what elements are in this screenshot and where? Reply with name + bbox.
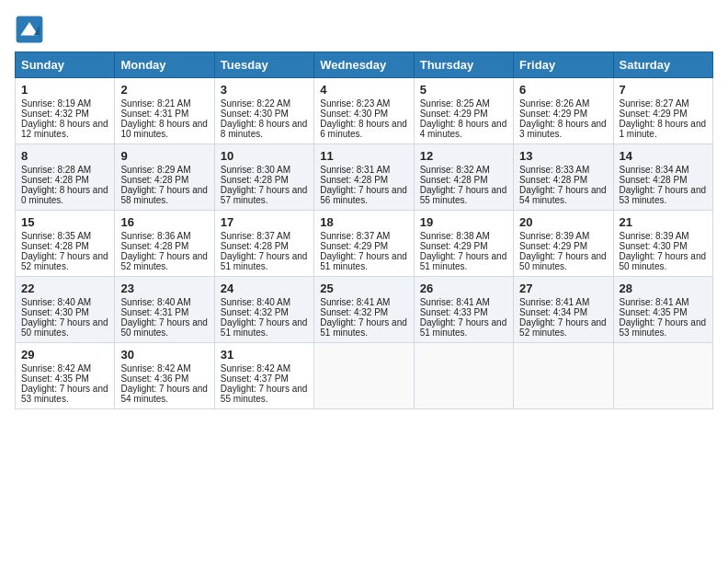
sunset-label: Sunset: 4:30 PM [21, 307, 89, 317]
sunset-label: Sunset: 4:33 PM [420, 307, 488, 317]
sunrise-label: Sunrise: 8:42 AM [120, 363, 190, 373]
sunset-label: Sunset: 4:36 PM [120, 373, 188, 384]
daylight-label: Daylight: 7 hours and 53 minutes. [620, 317, 707, 338]
day-number: 19 [420, 215, 507, 229]
sunrise-label: Sunrise: 8:40 AM [221, 297, 290, 307]
daylight-label: Daylight: 8 hours and 6 minutes. [320, 119, 407, 139]
daylight-label: Daylight: 8 hours and 4 minutes. [420, 119, 507, 139]
calendar-cell: 17Sunrise: 8:37 AMSunset: 4:28 PMDayligh… [214, 211, 313, 277]
calendar-header: SundayMondayTuesdayWednesdayThursdayFrid… [16, 52, 713, 78]
calendar-cell [414, 343, 513, 409]
daylight-label: Daylight: 7 hours and 54 minutes. [120, 384, 208, 404]
day-number: 2 [120, 83, 208, 97]
sunset-label: Sunset: 4:35 PM [21, 373, 89, 384]
calendar-cell: 20Sunrise: 8:39 AMSunset: 4:29 PMDayligh… [514, 211, 613, 277]
daylight-label: Daylight: 7 hours and 51 minutes. [221, 317, 308, 338]
calendar-cell [314, 343, 414, 409]
sunrise-label: Sunrise: 8:38 AM [420, 231, 490, 241]
calendar-cell: 2Sunrise: 8:21 AMSunset: 4:31 PMDaylight… [115, 78, 214, 144]
daylight-label: Daylight: 7 hours and 57 minutes. [221, 185, 308, 205]
calendar-table: SundayMondayTuesdayWednesdayThursdayFrid… [15, 52, 713, 409]
sunset-label: Sunset: 4:28 PM [120, 175, 188, 185]
daylight-label: Daylight: 7 hours and 51 minutes. [320, 317, 407, 338]
daylight-label: Daylight: 7 hours and 54 minutes. [519, 185, 607, 205]
day-number: 21 [620, 215, 707, 229]
calendar-body: 1Sunrise: 8:19 AMSunset: 4:32 PMDaylight… [16, 78, 713, 409]
daylight-label: Daylight: 8 hours and 12 minutes. [21, 119, 108, 139]
sunrise-label: Sunrise: 8:40 AM [21, 297, 91, 307]
week-row-1: 1Sunrise: 8:19 AMSunset: 4:32 PMDaylight… [16, 78, 713, 144]
daylight-label: Daylight: 7 hours and 51 minutes. [221, 251, 308, 271]
daylight-label: Daylight: 7 hours and 55 minutes. [420, 185, 507, 205]
day-number: 14 [620, 149, 707, 163]
daylight-label: Daylight: 7 hours and 51 minutes. [420, 251, 507, 271]
sunrise-label: Sunrise: 8:33 AM [519, 165, 589, 175]
sunset-label: Sunset: 4:29 PM [320, 241, 388, 251]
calendar-cell: 26Sunrise: 8:41 AMSunset: 4:33 PMDayligh… [414, 277, 513, 343]
calendar-cell: 31Sunrise: 8:42 AMSunset: 4:37 PMDayligh… [214, 343, 313, 409]
sunset-label: Sunset: 4:29 PM [620, 109, 688, 119]
sunrise-label: Sunrise: 8:34 AM [620, 165, 689, 175]
day-number: 8 [21, 149, 108, 163]
sunrise-label: Sunrise: 8:41 AM [620, 297, 689, 307]
daylight-label: Daylight: 8 hours and 8 minutes. [221, 119, 308, 139]
week-row-4: 22Sunrise: 8:40 AMSunset: 4:30 PMDayligh… [16, 277, 713, 343]
sunrise-label: Sunrise: 8:22 AM [221, 98, 290, 109]
calendar-cell: 18Sunrise: 8:37 AMSunset: 4:29 PMDayligh… [314, 211, 414, 277]
sunset-label: Sunset: 4:34 PM [519, 307, 587, 317]
calendar-cell: 11Sunrise: 8:31 AMSunset: 4:28 PMDayligh… [314, 144, 414, 211]
calendar-cell: 10Sunrise: 8:30 AMSunset: 4:28 PMDayligh… [214, 144, 313, 211]
sunrise-label: Sunrise: 8:41 AM [519, 297, 589, 307]
calendar-cell: 16Sunrise: 8:36 AMSunset: 4:28 PMDayligh… [115, 211, 214, 277]
day-number: 9 [120, 149, 208, 163]
sunrise-label: Sunrise: 8:26 AM [519, 98, 589, 109]
sunset-label: Sunset: 4:28 PM [420, 175, 488, 185]
sunrise-label: Sunrise: 8:25 AM [420, 98, 490, 109]
daylight-label: Daylight: 7 hours and 58 minutes. [120, 185, 208, 205]
calendar-cell: 4Sunrise: 8:23 AMSunset: 4:30 PMDaylight… [314, 78, 414, 144]
day-number: 1 [21, 83, 108, 97]
sunrise-label: Sunrise: 8:35 AM [21, 231, 91, 241]
calendar-cell: 22Sunrise: 8:40 AMSunset: 4:30 PMDayligh… [16, 277, 115, 343]
daylight-label: Daylight: 7 hours and 53 minutes. [21, 384, 108, 404]
sunrise-label: Sunrise: 8:23 AM [320, 98, 390, 109]
sunrise-label: Sunrise: 8:40 AM [120, 297, 190, 307]
daylight-label: Daylight: 7 hours and 52 minutes. [519, 317, 607, 338]
sunrise-label: Sunrise: 8:42 AM [21, 363, 91, 373]
sunset-label: Sunset: 4:28 PM [221, 175, 289, 185]
calendar-cell: 24Sunrise: 8:40 AMSunset: 4:32 PMDayligh… [214, 277, 313, 343]
day-number: 12 [420, 149, 507, 163]
header-monday: Monday [115, 52, 214, 78]
day-number: 7 [620, 83, 707, 97]
sunset-label: Sunset: 4:31 PM [120, 109, 188, 119]
calendar-cell: 7Sunrise: 8:27 AMSunset: 4:29 PMDaylight… [613, 78, 712, 144]
day-number: 4 [320, 83, 407, 97]
week-row-3: 15Sunrise: 8:35 AMSunset: 4:28 PMDayligh… [16, 211, 713, 277]
sunset-label: Sunset: 4:30 PM [320, 109, 388, 119]
calendar-cell: 6Sunrise: 8:26 AMSunset: 4:29 PMDaylight… [514, 78, 613, 144]
sunset-label: Sunset: 4:32 PM [221, 307, 289, 317]
day-number: 22 [21, 282, 108, 295]
calendar-cell: 13Sunrise: 8:33 AMSunset: 4:28 PMDayligh… [514, 144, 613, 211]
sunrise-label: Sunrise: 8:42 AM [221, 363, 290, 373]
calendar-cell: 14Sunrise: 8:34 AMSunset: 4:28 PMDayligh… [613, 144, 712, 211]
day-number: 16 [120, 215, 208, 229]
daylight-label: Daylight: 7 hours and 50 minutes. [120, 317, 208, 338]
sunrise-label: Sunrise: 8:39 AM [519, 231, 589, 241]
week-row-2: 8Sunrise: 8:28 AMSunset: 4:28 PMDaylight… [16, 144, 713, 211]
day-number: 27 [519, 282, 607, 295]
sunset-label: Sunset: 4:28 PM [120, 241, 188, 251]
sunset-label: Sunset: 4:32 PM [21, 109, 89, 119]
sunset-label: Sunset: 4:31 PM [120, 307, 188, 317]
sunrise-label: Sunrise: 8:21 AM [120, 98, 190, 109]
calendar-cell: 25Sunrise: 8:41 AMSunset: 4:32 PMDayligh… [314, 277, 414, 343]
header-sunday: Sunday [16, 52, 115, 78]
daylight-label: Daylight: 7 hours and 52 minutes. [21, 251, 108, 271]
sunrise-label: Sunrise: 8:41 AM [420, 297, 490, 307]
day-number: 3 [221, 83, 308, 97]
sunrise-label: Sunrise: 8:19 AM [21, 98, 91, 109]
page-header [15, 15, 713, 44]
calendar-cell: 15Sunrise: 8:35 AMSunset: 4:28 PMDayligh… [16, 211, 115, 277]
calendar-cell [613, 343, 712, 409]
daylight-label: Daylight: 7 hours and 51 minutes. [320, 251, 407, 271]
